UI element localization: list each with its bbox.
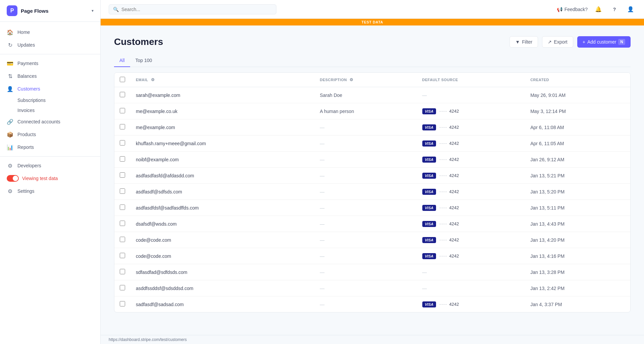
balances-icon: ⇅ — [7, 73, 13, 79]
customers-table: EMAIL ⚙ DESCRIPTION ⚙ DEFAULT SOURCE CRE… — [114, 73, 630, 312]
col-email: EMAIL ⚙ — [130, 73, 314, 87]
card-last4: 4242 — [448, 189, 459, 194]
row-description: — — [314, 119, 417, 135]
search-input[interactable] — [121, 7, 272, 12]
sidebar-item-balances[interactable]: ⇅ Balances — [0, 70, 100, 82]
row-checkbox[interactable] — [120, 108, 125, 113]
row-email: code@code.com — [130, 232, 314, 248]
row-default-source: VISA ···· 4242 — [417, 168, 525, 184]
email-settings-icon[interactable]: ⚙ — [151, 77, 155, 82]
sidebar-item-settings[interactable]: ⚙ Settings — [0, 185, 100, 197]
col-description: DESCRIPTION ⚙ — [314, 73, 417, 87]
content-area: Customers ▼ Filter ↗ Export + Add custom… — [101, 25, 644, 335]
row-checkbox[interactable] — [120, 140, 125, 146]
sidebar-item-invoices[interactable]: Invoices — [0, 105, 100, 115]
table-row[interactable]: sadfasdf@sadsad.com—VISA ···· 4242Jan 4,… — [114, 296, 630, 312]
feedback-button[interactable]: 📢 Feedback? — [557, 7, 588, 12]
test-banner-text: TEST DATA — [362, 20, 383, 24]
toggle-switch[interactable] — [7, 175, 19, 182]
row-checkbox[interactable] — [120, 92, 125, 97]
visa-badge: VISA — [422, 221, 436, 227]
table-row[interactable]: code@code.com—VISA ···· 4242Jan 13, 4:20… — [114, 232, 630, 248]
nav-divider — [0, 54, 100, 54]
help-button[interactable]: ? — [609, 4, 620, 15]
table-row[interactable]: asdfasdf@sdfsds.com—VISA ···· 4242Jan 13… — [114, 184, 630, 200]
user-icon: 👤 — [627, 6, 634, 12]
table-row[interactable]: sarah@example.comSarah Doe—May 26, 9:01 … — [114, 87, 630, 103]
row-checkbox[interactable] — [120, 156, 125, 162]
sidebar-item-payments[interactable]: 💳 Payments — [0, 57, 100, 70]
visa-badge: VISA — [422, 253, 436, 259]
row-checkbox[interactable] — [120, 205, 125, 210]
row-description: — — [314, 232, 417, 248]
table-row[interactable]: asddfssddsf@sdsddsd.com——Jan 13, 2:42 PM — [114, 280, 630, 296]
test-data-toggle[interactable]: Viewing test data — [0, 172, 100, 185]
sidebar-item-connected-accounts[interactable]: 🔗 Connected accounts — [0, 115, 100, 128]
filter-button[interactable]: ▼ Filter — [509, 36, 538, 48]
sidebar-item-subscriptions[interactable]: Subscriptions — [0, 95, 100, 105]
row-email: me@example.com — [130, 119, 314, 135]
add-customer-button[interactable]: + Add customer N — [577, 36, 631, 48]
table-row[interactable]: sdfasdfad@sdfdsds.com——Jan 13, 3:28 PM — [114, 264, 630, 280]
table-row[interactable]: khuffash.ramy+meee@gmail.com—VISA ···· 4… — [114, 135, 630, 152]
card-dots: ···· — [437, 301, 447, 307]
sidebar-item-reports[interactable]: 📊 Reports — [0, 141, 100, 154]
subscriptions-label: Subscriptions — [17, 98, 46, 103]
card-last4: 4242 — [448, 157, 459, 162]
sidebar-item-developers[interactable]: ⚙ Developers — [0, 159, 100, 172]
row-description: A human person — [314, 103, 417, 119]
description-settings-icon[interactable]: ⚙ — [350, 77, 354, 82]
reports-icon: 📊 — [7, 144, 13, 151]
table-row[interactable]: me@example.co.ukA human personVISA ···· … — [114, 103, 630, 119]
row-checkbox[interactable] — [120, 172, 125, 178]
search-icon: 🔍 — [113, 7, 119, 12]
sidebar-item-products[interactable]: 📦 Products — [0, 128, 100, 141]
row-created: Jan 13, 5:21 PM — [525, 168, 630, 184]
row-checkbox[interactable] — [120, 269, 125, 274]
sidebar-item-home[interactable]: 🏠 Home — [0, 26, 100, 39]
row-created: Apr 6, 11:05 AM — [525, 135, 630, 152]
sidebar-item-label: Payments — [17, 61, 38, 66]
row-email: khuffash.ramy+meee@gmail.com — [130, 135, 314, 152]
export-button[interactable]: ↗ Export — [542, 36, 573, 48]
settings-icon: ⚙ — [7, 188, 13, 194]
feedback-label: Feedback? — [565, 7, 588, 12]
card-dots: ···· — [437, 157, 447, 162]
row-checkbox[interactable] — [120, 188, 125, 194]
row-checkbox[interactable] — [120, 237, 125, 242]
tab-all[interactable]: All — [114, 54, 130, 67]
card-last4: 4242 — [448, 302, 459, 307]
sidebar-item-label: Developers — [17, 163, 41, 168]
row-checkbox[interactable] — [120, 301, 125, 306]
table-row[interactable]: me@example.com—VISA ···· 4242Apr 6, 11:0… — [114, 119, 630, 135]
table-row[interactable]: asdfasdfdsf@sadfasdffds.com—VISA ···· 42… — [114, 200, 630, 216]
row-checkbox[interactable] — [120, 124, 125, 129]
sidebar-item-label: Customers — [17, 86, 40, 92]
row-email: asdfasdf@sdfsds.com — [130, 184, 314, 200]
card-dots: ···· — [437, 140, 447, 146]
statusbar: https://dashboard.stripe.com/test/custom… — [101, 335, 644, 344]
user-avatar[interactable]: 👤 — [625, 4, 636, 15]
col-checkbox — [114, 73, 130, 87]
row-default-source: VISA ···· 4242 — [417, 248, 525, 264]
sidebar-item-updates[interactable]: ↻ Updates — [0, 39, 100, 51]
search-box[interactable]: 🔍 — [109, 4, 276, 14]
topbar-right: 📢 Feedback? 🔔 ? 👤 — [557, 4, 636, 15]
row-checkbox[interactable] — [120, 253, 125, 258]
row-email: noibf@example.com — [130, 152, 314, 168]
table-row[interactable]: noibf@example.com—VISA ···· 4242Jan 26, … — [114, 152, 630, 168]
tab-top100[interactable]: Top 100 — [130, 54, 158, 67]
add-shortcut: N — [618, 39, 625, 45]
row-description: — — [314, 135, 417, 152]
table-row[interactable]: dsafsdf@wsds.com—VISA ···· 4242Jan 13, 4… — [114, 216, 630, 232]
row-checkbox[interactable] — [120, 221, 125, 226]
sidebar-item-customers[interactable]: 👤 Customers — [0, 82, 100, 95]
sidebar-header[interactable]: P Page Flows ▾ — [0, 0, 100, 22]
select-all-checkbox[interactable] — [120, 77, 125, 82]
table-row[interactable]: code@code.com—VISA ···· 4242Jan 13, 4:16… — [114, 248, 630, 264]
notifications-button[interactable]: 🔔 — [593, 4, 604, 15]
row-checkbox[interactable] — [120, 285, 125, 290]
row-created: Jan 26, 9:12 AM — [525, 152, 630, 168]
row-description: — — [314, 216, 417, 232]
table-row[interactable]: asdfasdfasfd@afdasdd.com—VISA ···· 4242J… — [114, 168, 630, 184]
